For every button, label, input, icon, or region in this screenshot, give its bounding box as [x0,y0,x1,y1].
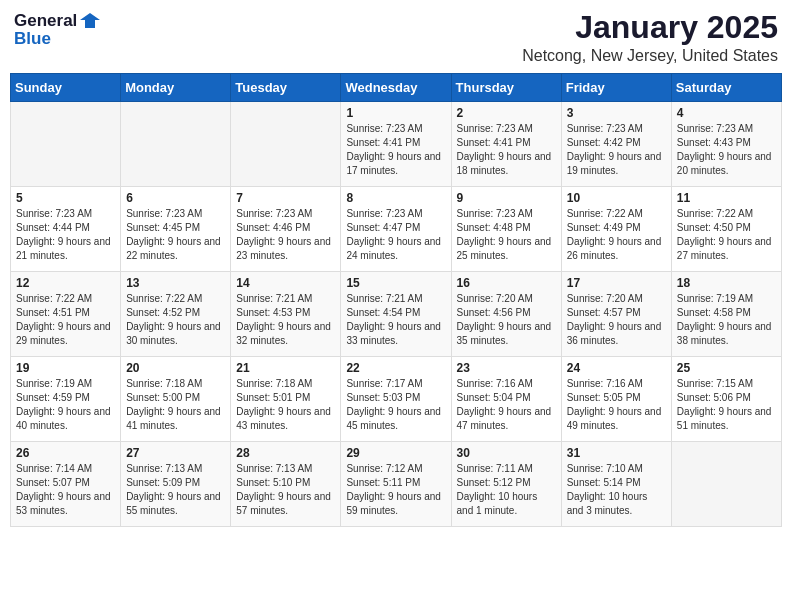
calendar-cell: 6Sunrise: 7:23 AMSunset: 4:45 PMDaylight… [121,187,231,272]
day-number: 21 [236,361,335,375]
day-number: 3 [567,106,666,120]
day-number: 24 [567,361,666,375]
day-sun-info: Sunrise: 7:21 AMSunset: 4:54 PMDaylight:… [346,292,445,348]
calendar-cell: 5Sunrise: 7:23 AMSunset: 4:44 PMDaylight… [11,187,121,272]
day-sun-info: Sunrise: 7:23 AMSunset: 4:43 PMDaylight:… [677,122,776,178]
day-sun-info: Sunrise: 7:17 AMSunset: 5:03 PMDaylight:… [346,377,445,433]
calendar-cell: 31Sunrise: 7:10 AMSunset: 5:14 PMDayligh… [561,442,671,527]
day-sun-info: Sunrise: 7:18 AMSunset: 5:01 PMDaylight:… [236,377,335,433]
day-number: 23 [457,361,556,375]
calendar-cell: 25Sunrise: 7:15 AMSunset: 5:06 PMDayligh… [671,357,781,442]
svg-marker-0 [80,13,100,28]
calendar-cell: 3Sunrise: 7:23 AMSunset: 4:42 PMDaylight… [561,102,671,187]
day-sun-info: Sunrise: 7:18 AMSunset: 5:00 PMDaylight:… [126,377,225,433]
calendar-cell: 2Sunrise: 7:23 AMSunset: 4:41 PMDaylight… [451,102,561,187]
day-sun-info: Sunrise: 7:16 AMSunset: 5:05 PMDaylight:… [567,377,666,433]
weekday-header-row: SundayMondayTuesdayWednesdayThursdayFrid… [11,74,782,102]
calendar-cell: 24Sunrise: 7:16 AMSunset: 5:05 PMDayligh… [561,357,671,442]
day-number: 11 [677,191,776,205]
calendar-cell [121,102,231,187]
calendar-cell: 17Sunrise: 7:20 AMSunset: 4:57 PMDayligh… [561,272,671,357]
week-row-3: 12Sunrise: 7:22 AMSunset: 4:51 PMDayligh… [11,272,782,357]
logo-general-text: General [14,11,77,31]
day-sun-info: Sunrise: 7:23 AMSunset: 4:44 PMDaylight:… [16,207,115,263]
weekday-header-monday: Monday [121,74,231,102]
calendar-cell: 7Sunrise: 7:23 AMSunset: 4:46 PMDaylight… [231,187,341,272]
calendar-cell: 8Sunrise: 7:23 AMSunset: 4:47 PMDaylight… [341,187,451,272]
calendar-cell: 29Sunrise: 7:12 AMSunset: 5:11 PMDayligh… [341,442,451,527]
day-sun-info: Sunrise: 7:19 AMSunset: 4:59 PMDaylight:… [16,377,115,433]
calendar-table: SundayMondayTuesdayWednesdayThursdayFrid… [10,73,782,527]
logo-bird-icon [79,10,101,32]
day-sun-info: Sunrise: 7:11 AMSunset: 5:12 PMDaylight:… [457,462,556,518]
calendar-cell: 18Sunrise: 7:19 AMSunset: 4:58 PMDayligh… [671,272,781,357]
day-number: 12 [16,276,115,290]
calendar-cell: 9Sunrise: 7:23 AMSunset: 4:48 PMDaylight… [451,187,561,272]
day-number: 17 [567,276,666,290]
day-sun-info: Sunrise: 7:20 AMSunset: 4:57 PMDaylight:… [567,292,666,348]
day-number: 19 [16,361,115,375]
day-number: 1 [346,106,445,120]
calendar-cell: 30Sunrise: 7:11 AMSunset: 5:12 PMDayligh… [451,442,561,527]
calendar-cell: 13Sunrise: 7:22 AMSunset: 4:52 PMDayligh… [121,272,231,357]
calendar-cell: 22Sunrise: 7:17 AMSunset: 5:03 PMDayligh… [341,357,451,442]
calendar-cell: 12Sunrise: 7:22 AMSunset: 4:51 PMDayligh… [11,272,121,357]
calendar-cell: 19Sunrise: 7:19 AMSunset: 4:59 PMDayligh… [11,357,121,442]
day-sun-info: Sunrise: 7:23 AMSunset: 4:45 PMDaylight:… [126,207,225,263]
weekday-header-saturday: Saturday [671,74,781,102]
day-number: 20 [126,361,225,375]
day-sun-info: Sunrise: 7:21 AMSunset: 4:53 PMDaylight:… [236,292,335,348]
calendar-cell: 21Sunrise: 7:18 AMSunset: 5:01 PMDayligh… [231,357,341,442]
logo: General Blue [14,10,101,49]
calendar-cell: 28Sunrise: 7:13 AMSunset: 5:10 PMDayligh… [231,442,341,527]
day-number: 18 [677,276,776,290]
day-number: 4 [677,106,776,120]
day-sun-info: Sunrise: 7:23 AMSunset: 4:48 PMDaylight:… [457,207,556,263]
day-number: 27 [126,446,225,460]
day-number: 9 [457,191,556,205]
weekday-header-friday: Friday [561,74,671,102]
calendar-cell: 4Sunrise: 7:23 AMSunset: 4:43 PMDaylight… [671,102,781,187]
day-number: 16 [457,276,556,290]
calendar-cell [231,102,341,187]
calendar-title-block: January 2025 Netcong, New Jersey, United… [522,10,778,65]
day-sun-info: Sunrise: 7:23 AMSunset: 4:41 PMDaylight:… [346,122,445,178]
calendar-cell: 10Sunrise: 7:22 AMSunset: 4:49 PMDayligh… [561,187,671,272]
week-row-4: 19Sunrise: 7:19 AMSunset: 4:59 PMDayligh… [11,357,782,442]
day-number: 13 [126,276,225,290]
day-sun-info: Sunrise: 7:13 AMSunset: 5:10 PMDaylight:… [236,462,335,518]
weekday-header-sunday: Sunday [11,74,121,102]
calendar-month-title: January 2025 [522,10,778,45]
day-sun-info: Sunrise: 7:23 AMSunset: 4:46 PMDaylight:… [236,207,335,263]
day-number: 25 [677,361,776,375]
calendar-cell [11,102,121,187]
day-sun-info: Sunrise: 7:22 AMSunset: 4:50 PMDaylight:… [677,207,776,263]
day-number: 5 [16,191,115,205]
day-number: 29 [346,446,445,460]
day-number: 6 [126,191,225,205]
calendar-cell: 27Sunrise: 7:13 AMSunset: 5:09 PMDayligh… [121,442,231,527]
page-header: General Blue January 2025 Netcong, New J… [10,10,782,65]
day-number: 10 [567,191,666,205]
calendar-location: Netcong, New Jersey, United States [522,47,778,65]
day-number: 22 [346,361,445,375]
day-sun-info: Sunrise: 7:20 AMSunset: 4:56 PMDaylight:… [457,292,556,348]
logo-blue-text: Blue [14,29,51,49]
week-row-1: 1Sunrise: 7:23 AMSunset: 4:41 PMDaylight… [11,102,782,187]
day-number: 2 [457,106,556,120]
day-sun-info: Sunrise: 7:22 AMSunset: 4:52 PMDaylight:… [126,292,225,348]
week-row-2: 5Sunrise: 7:23 AMSunset: 4:44 PMDaylight… [11,187,782,272]
day-number: 26 [16,446,115,460]
weekday-header-thursday: Thursday [451,74,561,102]
day-sun-info: Sunrise: 7:22 AMSunset: 4:49 PMDaylight:… [567,207,666,263]
day-sun-info: Sunrise: 7:22 AMSunset: 4:51 PMDaylight:… [16,292,115,348]
day-sun-info: Sunrise: 7:16 AMSunset: 5:04 PMDaylight:… [457,377,556,433]
day-sun-info: Sunrise: 7:23 AMSunset: 4:42 PMDaylight:… [567,122,666,178]
calendar-cell: 15Sunrise: 7:21 AMSunset: 4:54 PMDayligh… [341,272,451,357]
calendar-cell: 11Sunrise: 7:22 AMSunset: 4:50 PMDayligh… [671,187,781,272]
day-sun-info: Sunrise: 7:12 AMSunset: 5:11 PMDaylight:… [346,462,445,518]
weekday-header-tuesday: Tuesday [231,74,341,102]
calendar-cell: 16Sunrise: 7:20 AMSunset: 4:56 PMDayligh… [451,272,561,357]
calendar-cell: 14Sunrise: 7:21 AMSunset: 4:53 PMDayligh… [231,272,341,357]
day-number: 14 [236,276,335,290]
